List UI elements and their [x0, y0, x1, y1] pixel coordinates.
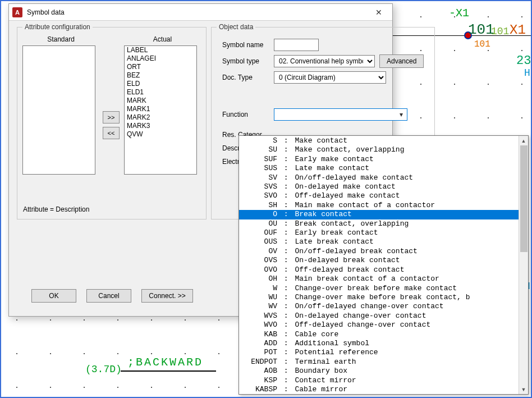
scroll-down-icon: ▼ — [519, 385, 528, 394]
canvas-label-h1: H — [524, 67, 530, 79]
canvas-label-101-light: 101 — [491, 26, 509, 37]
list-item[interactable]: ELD1 — [125, 88, 196, 97]
dropdown-option[interactable]: S : Make contact — [239, 136, 519, 145]
scrollbar-thumb[interactable] — [520, 145, 528, 252]
chevron-down-icon: ▾ — [397, 111, 406, 118]
dropdown-option[interactable]: KABSP : Cable mirror — [239, 385, 519, 394]
attribute-config-group: Attribute configuration Standard >> << A… — [17, 23, 207, 219]
actual-column-header: Actual — [124, 35, 201, 43]
standard-listbox[interactable] — [22, 45, 95, 175]
dialog-title: Symbol data — [27, 8, 368, 16]
dropdown-option[interactable]: OVO : Off-delayed break contact — [239, 266, 519, 275]
advanced-button[interactable]: Advanced — [379, 54, 424, 68]
dropdown-option[interactable]: KAB : Cable core — [239, 330, 519, 339]
object-data-legend: Object data — [217, 23, 255, 31]
symbol-name-input[interactable] — [274, 39, 319, 51]
canvas-label-101-orange: 101 — [474, 39, 490, 49]
symbol-type-label: Symbol type — [222, 57, 269, 65]
actual-listbox[interactable]: LABELANLAGEIORTBEZELDELD1MARKMARK1MARK2M… — [124, 45, 197, 175]
list-item[interactable]: LABEL — [125, 46, 196, 54]
list-item[interactable]: ANLAGEI — [125, 54, 196, 63]
dropdown-option[interactable]: OUF : Early break contact — [239, 228, 519, 237]
dropdown-option[interactable]: O : Break contact — [239, 210, 519, 219]
list-item[interactable]: MARK1 — [125, 105, 196, 113]
dropdown-option[interactable]: WV : On/off-delayed change-over contact — [239, 302, 519, 311]
dropdown-option[interactable]: ADD : Additional symbol — [239, 339, 519, 348]
list-item[interactable]: ORT — [125, 63, 196, 71]
dropdown-option[interactable]: SUS : Late make contact — [239, 164, 519, 173]
dropdown-option[interactable]: AOB : Boundary box — [239, 367, 519, 376]
app-icon: A — [12, 7, 22, 17]
dropdown-option[interactable]: SUF : Early make contact — [239, 155, 519, 164]
canvas-label-23: 23 — [516, 54, 531, 68]
dropdown-option[interactable]: OV : On/off-delayed break contact — [239, 247, 519, 256]
symbol-type-select[interactable]: 02. Conventional help symbol — [274, 55, 375, 67]
dropdown-option[interactable]: WU : Change-over make before break conta… — [239, 293, 519, 302]
dropdown-option[interactable]: POT : Potential reference — [239, 348, 519, 357]
doc-type-select[interactable]: 0 (Circuit Diagram) — [274, 71, 386, 84]
dropdown-option[interactable]: W : Change-over break before make contac… — [239, 284, 519, 293]
function-label: Function — [222, 111, 269, 118]
dropdown-option[interactable]: WVO : Off-delayed change-over contact — [239, 321, 519, 330]
function-select[interactable]: ▾ — [274, 108, 407, 121]
doc-type-label: Doc. Type — [222, 74, 269, 81]
canvas-label-37d: (3.7D) — [85, 364, 122, 375]
dropdown-option[interactable]: KSP : Contact mirror — [239, 376, 519, 385]
dropdown-option[interactable]: SVS : On-delayed make contact — [239, 182, 519, 191]
attribute-config-legend: Attribute configuration — [22, 23, 93, 31]
cancel-button[interactable]: Cancel — [86, 289, 131, 303]
list-item[interactable]: BEZ — [125, 71, 196, 80]
list-item[interactable]: ELD — [125, 80, 196, 88]
titlebar[interactable]: A Symbol data ✕ — [9, 4, 392, 21]
canvas-label-backward: ;BACKWARD — [127, 356, 203, 369]
dropdown-option[interactable]: OH : Main break contact of a contactor — [239, 275, 519, 283]
attribute-footer-text: Attribute = Description — [23, 205, 89, 213]
dropdown-scrollbar[interactable]: ▲ ▼ — [519, 136, 528, 394]
canvas-label-x1: X1 — [510, 22, 526, 38]
list-item[interactable]: QVW — [125, 130, 196, 139]
dropdown-option[interactable]: OU : Break contact, overlapping — [239, 219, 519, 228]
move-right-button[interactable]: >> — [103, 111, 120, 123]
function-dropdown-panel: S : Make contactSU : Make contact, overl… — [239, 135, 529, 395]
canvas-label-101-dark: 101 — [468, 21, 494, 38]
list-item[interactable]: MARK2 — [125, 113, 196, 122]
dropdown-option[interactable]: ENDPOT : Terminal earth — [239, 358, 519, 367]
ok-button[interactable]: OK — [31, 289, 76, 303]
dropdown-option[interactable]: SH : Main make contact of a contactor — [239, 201, 519, 210]
symbol-name-label: Symbol name — [222, 41, 269, 49]
dropdown-option[interactable]: SU : Make contact, overlapping — [239, 145, 519, 154]
dropdown-option[interactable]: OVS : On-delayed break contact — [239, 256, 519, 265]
connect-button[interactable]: Connect. >> — [141, 289, 193, 303]
dropdown-option[interactable]: SVO : Off-delayed make contact — [239, 191, 519, 200]
list-item[interactable]: MARK — [125, 97, 196, 105]
move-left-button[interactable]: << — [103, 127, 120, 139]
list-item[interactable]: MARK3 — [125, 122, 196, 130]
standard-column-header: Standard — [22, 35, 99, 43]
canvas-label-minus-x1: -X1 — [449, 7, 469, 20]
close-icon: ✕ — [375, 8, 382, 17]
dropdown-option[interactable]: SV : On/off-delayed make contact — [239, 173, 519, 182]
scroll-up-icon: ▲ — [519, 136, 528, 145]
close-button[interactable]: ✕ — [368, 4, 390, 20]
dropdown-option[interactable]: WVS : On-delayed change-over contact — [239, 312, 519, 321]
dropdown-option[interactable]: OUS : Late break contact — [239, 237, 519, 246]
